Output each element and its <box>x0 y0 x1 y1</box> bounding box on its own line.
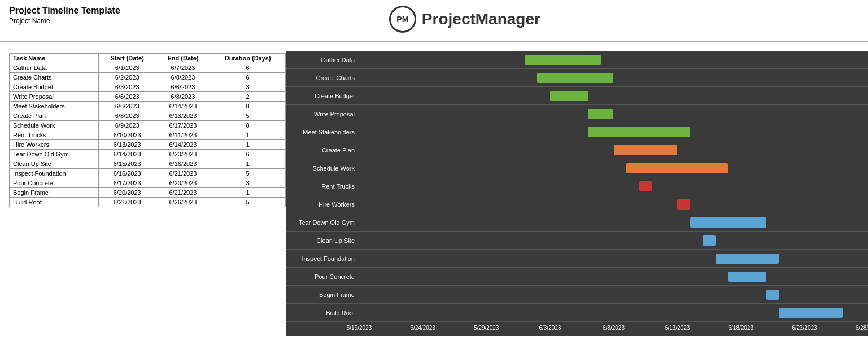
gantt-bar <box>690 217 766 228</box>
table-row: Build Roof6/21/20236/26/20235 <box>10 198 286 207</box>
gantt-chart: Gather DataCreate ChartsCreate BudgetWri… <box>286 51 868 336</box>
table-row: Meet Stakeholders6/6/20236/14/20238 <box>10 102 286 111</box>
table-row: Schedule Work6/9/20236/17/20238 <box>10 121 286 130</box>
gantt-bar <box>525 55 601 65</box>
gantt-row: Pour Concrete <box>286 268 868 286</box>
gantt-bar <box>537 73 613 83</box>
gantt-bar <box>614 145 678 155</box>
table-row: Inspect Foundation6/16/20236/21/20235 <box>10 169 286 178</box>
table-row: Hire Workers6/13/20236/14/20231 <box>10 140 286 150</box>
table-row: Write Proposal6/6/20236/8/20232 <box>10 92 286 102</box>
table-row: Gather Data6/1/20236/7/20236 <box>10 63 286 73</box>
col-header-task: Task Name <box>10 54 99 63</box>
table-row: Begin Frame6/20/20236/21/20231 <box>10 188 286 198</box>
table-row: Clean Up Site6/15/20236/16/20231 <box>10 159 286 169</box>
gantt-row: Build Roof <box>286 304 868 322</box>
gantt-row: Create Budget <box>286 87 868 105</box>
gantt-bar <box>766 290 779 300</box>
gantt-row: Schedule Work <box>286 159 868 177</box>
project-name-label: Project Name: <box>9 17 120 25</box>
table-row: Create Budget6/3/20236/6/20233 <box>10 82 286 92</box>
table-row: Rent Trucks6/10/20236/11/20231 <box>10 130 286 140</box>
gantt-row: Write Proposal <box>286 105 868 123</box>
gantt-row: Begin Frame <box>286 286 868 304</box>
col-header-end: End (Date) <box>156 54 210 63</box>
gantt-bar <box>716 254 779 264</box>
gantt-bar <box>626 163 728 173</box>
gantt-bar <box>639 181 652 191</box>
gantt-row: Gather Data <box>286 51 868 69</box>
gantt-row: Tear Down Old Gym <box>286 213 868 232</box>
gantt-bar <box>728 272 766 282</box>
gantt-row: Hire Workers <box>286 195 868 213</box>
col-header-duration: Duration (Days) <box>210 54 286 63</box>
gantt-bar <box>677 199 690 210</box>
gantt-bar <box>588 109 613 119</box>
gantt-bar <box>550 91 588 101</box>
gantt-bar <box>703 235 716 246</box>
gantt-row: Create Charts <box>286 69 868 87</box>
table-row: Create Plan6/8/20236/13/20235 <box>10 111 286 121</box>
gantt-bar <box>588 127 690 137</box>
task-table: Task Name Start (Date) End (Date) Durati… <box>9 53 286 207</box>
main-content: Task Name Start (Date) End (Date) Durati… <box>0 46 868 341</box>
brand-name: ProjectManager <box>422 10 540 28</box>
gantt-row: Inspect Foundation <box>286 250 868 268</box>
gantt-bar <box>779 308 843 318</box>
table-section: Task Name Start (Date) End (Date) Durati… <box>0 51 286 336</box>
col-header-start: Start (Date) <box>98 54 156 63</box>
gantt-row: Rent Trucks <box>286 177 868 195</box>
gantt-row: Meet Stakeholders <box>286 123 868 141</box>
brand-icon: PM <box>389 6 416 33</box>
page-title: Project Timeline Template <box>9 6 120 16</box>
gantt-row: Create Plan <box>286 141 868 159</box>
brand-area: PM ProjectManager <box>389 0 540 36</box>
gantt-row: Clean Up Site <box>286 232 868 250</box>
table-row: Create Charts6/2/20236/8/20236 <box>10 73 286 82</box>
table-row: Pour Concrete6/17/20236/20/20233 <box>10 178 286 188</box>
table-row: Tear Down Old Gym6/14/20236/20/20236 <box>10 150 286 159</box>
